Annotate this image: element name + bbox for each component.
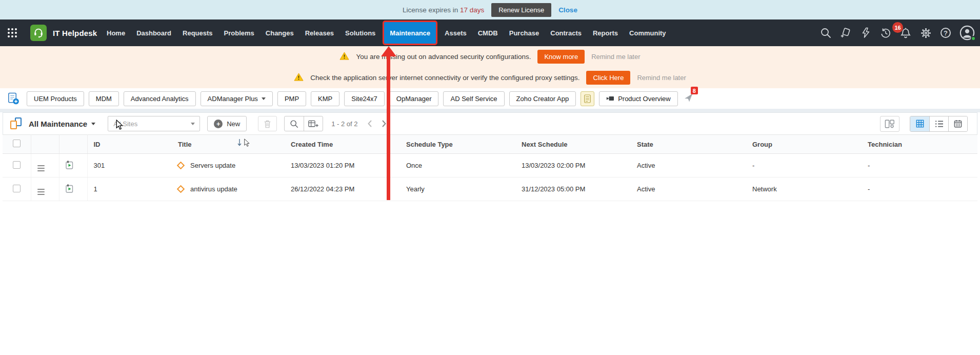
- column-header-created-time[interactable]: Created Time: [285, 135, 400, 154]
- product-tabs-bar: UEM Products MDM Advanced Analytics ADMa…: [0, 88, 980, 109]
- nav-item-releases[interactable]: Releases: [301, 19, 338, 46]
- add-column-button[interactable]: [304, 116, 323, 131]
- table-header-row: ID Title Created Time Schedule Type Next…: [3, 135, 977, 154]
- search-list-button[interactable]: [285, 116, 304, 131]
- chevron-right-icon: [382, 120, 387, 128]
- notification-badge: 16: [892, 22, 903, 33]
- column-header-next-schedule[interactable]: Next Schedule: [515, 135, 631, 154]
- chevron-down-icon: [91, 123, 95, 125]
- product-tab-kmp[interactable]: KMP: [311, 91, 339, 106]
- nav-item-assets[interactable]: Assets: [441, 19, 471, 46]
- click-here-button[interactable]: Click Here: [586, 71, 630, 85]
- connectivity-banner: Check the application server internet co…: [0, 67, 980, 88]
- nav-item-purchase[interactable]: Purchase: [505, 19, 544, 46]
- column-header-technician[interactable]: Technician: [862, 135, 977, 154]
- cell-group: Network: [746, 177, 862, 201]
- notes-clipboard-icon[interactable]: [581, 91, 594, 106]
- toolbar-right-controls: [880, 116, 968, 132]
- navbar-icons: 16 ?: [819, 19, 975, 46]
- column-header-title[interactable]: Title: [172, 135, 285, 154]
- row-actions-menu-icon[interactable]: [37, 189, 45, 195]
- license-bar: License expires in 17 days Renew License…: [0, 0, 980, 19]
- license-close-link[interactable]: Close: [558, 6, 577, 14]
- product-tab-site24x7[interactable]: Site24x7: [344, 91, 385, 106]
- app-grid-icon[interactable]: [7, 27, 19, 39]
- warning-icon: [339, 51, 349, 62]
- column-header-schedule-type[interactable]: Schedule Type: [400, 135, 515, 154]
- new-maintenance-button[interactable]: + New: [207, 116, 247, 131]
- nav-item-dashboard[interactable]: Dashboard: [132, 19, 175, 46]
- row-checkbox[interactable]: [13, 161, 21, 169]
- product-tab-pmp[interactable]: PMP: [277, 91, 306, 106]
- product-tab-zoho-creator-app[interactable]: Zoho Creator App: [509, 91, 576, 106]
- nav-item-maintenance-active[interactable]: Maintenance: [383, 21, 437, 45]
- online-status-dot: [971, 36, 976, 41]
- view-toggle-group: [910, 116, 968, 132]
- execute-task-icon[interactable]: [66, 163, 73, 171]
- section-divider: [0, 109, 980, 112]
- helpdesk-logo[interactable]: [30, 25, 47, 41]
- list-view-button[interactable]: [929, 116, 948, 131]
- execute-task-icon[interactable]: [66, 187, 73, 194]
- cell-technician: -: [862, 177, 977, 201]
- nav-item-contracts[interactable]: Contracts: [546, 19, 586, 46]
- product-tab-uem-products[interactable]: UEM Products: [27, 91, 84, 106]
- brand-title: IT Helpdesk: [53, 29, 97, 37]
- column-header-state[interactable]: State: [631, 135, 746, 154]
- select-all-checkbox[interactable]: [13, 140, 21, 147]
- view-selector[interactable]: All Maintenance: [29, 120, 95, 128]
- launch-rocket-icon[interactable]: 8: [684, 93, 693, 104]
- cell-title[interactable]: Servers update: [190, 162, 235, 169]
- layout-settings-button[interactable]: [880, 116, 899, 132]
- product-tab-ad-self-service[interactable]: AD Self Service: [443, 91, 504, 106]
- nav-item-problems[interactable]: Problems: [220, 19, 258, 46]
- delete-button-disabled[interactable]: [258, 116, 277, 131]
- next-page-button[interactable]: [382, 120, 387, 128]
- nav-item-solutions[interactable]: Solutions: [341, 19, 379, 46]
- settings-gear-icon[interactable]: [919, 27, 932, 39]
- cell-created-time: 26/12/2022 04:23 PM: [285, 177, 400, 201]
- prev-page-button[interactable]: [367, 120, 372, 128]
- maintenance-module-icon: [10, 117, 23, 130]
- product-tab-admanager-plus[interactable]: ADManager Plus: [201, 91, 273, 106]
- grid-view-button-active[interactable]: [910, 116, 929, 131]
- pagination-label: 1 - 2 of 2: [331, 120, 357, 128]
- nav-item-changes[interactable]: Changes: [262, 19, 298, 46]
- user-avatar[interactable]: [959, 25, 975, 41]
- calendar-view-button[interactable]: [948, 116, 967, 131]
- maintenance-task-icon: [177, 185, 185, 193]
- nav-item-cmdb[interactable]: CMDB: [474, 19, 502, 46]
- cell-next-schedule: 13/03/2023 02:00 PM: [515, 154, 631, 177]
- connectivity-remind-later-link[interactable]: Remind me later: [637, 74, 686, 82]
- cell-title[interactable]: antivirus update: [190, 185, 237, 193]
- ticket-add-icon[interactable]: [839, 27, 852, 39]
- column-header-id[interactable]: ID: [87, 135, 172, 154]
- notifications-bell-icon[interactable]: 16: [899, 27, 912, 39]
- quick-actions-icon[interactable]: [859, 27, 872, 39]
- help-icon[interactable]: ?: [939, 27, 952, 39]
- new-document-icon[interactable]: [4, 91, 22, 106]
- column-header-group[interactable]: Group: [746, 135, 862, 154]
- nav-item-community[interactable]: Community: [625, 19, 670, 46]
- product-tab-mdm[interactable]: MDM: [89, 91, 119, 106]
- column-add-icon: [308, 120, 319, 128]
- product-tab-advanced-analytics[interactable]: Advanced Analytics: [124, 91, 196, 106]
- list-view-icon: [935, 120, 944, 128]
- cell-schedule-type: Once: [400, 154, 515, 177]
- know-more-button[interactable]: Know more: [537, 50, 585, 64]
- row-checkbox[interactable]: [13, 185, 21, 192]
- security-remind-later-link[interactable]: Remind me later: [591, 53, 640, 61]
- product-overview-button[interactable]: Product Overview: [599, 91, 678, 106]
- history-icon[interactable]: [879, 27, 892, 39]
- nav-item-reports[interactable]: Reports: [589, 19, 622, 46]
- row-actions-menu-icon[interactable]: [37, 165, 45, 171]
- nav-item-home[interactable]: Home: [103, 19, 129, 46]
- product-tab-opmanager[interactable]: OpManager: [389, 91, 439, 106]
- site-filter-select[interactable]: All Sites: [108, 116, 200, 131]
- nav-item-requests[interactable]: Requests: [178, 19, 217, 46]
- table-row[interactable]: 301 Servers update 13/03/2023 01:20 PM O…: [3, 154, 977, 177]
- list-toolbar: All Maintenance All Sites + New 1 - 2 of…: [3, 112, 977, 134]
- search-icon[interactable]: [819, 27, 832, 39]
- renew-license-button[interactable]: Renew License: [491, 3, 551, 17]
- table-row[interactable]: 1 antivirus update 26/12/2022 04:23 PM Y…: [3, 177, 977, 201]
